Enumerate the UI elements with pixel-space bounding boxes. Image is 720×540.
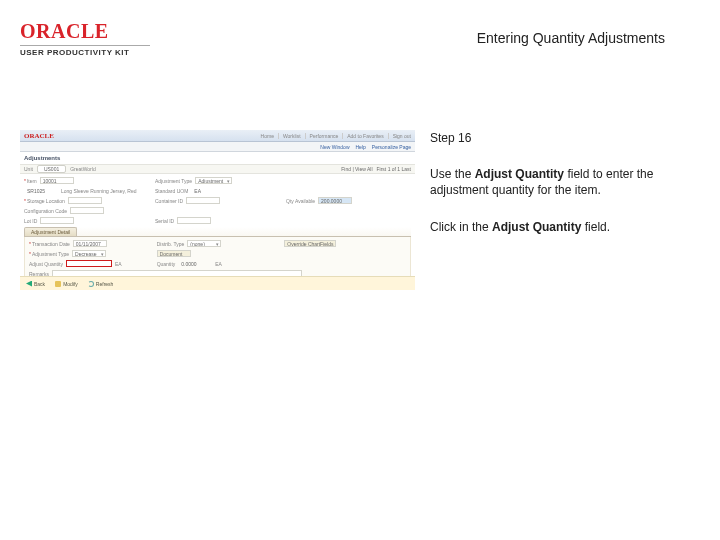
find-link[interactable]: Find | View All — [341, 166, 372, 172]
link-help[interactable]: Help — [356, 144, 366, 150]
item-form: Item 10001 Adjustment Type Adjustment SR… — [20, 174, 415, 283]
uom-label: Standard UOM — [155, 188, 188, 194]
unit-value: US001 — [37, 165, 66, 173]
modify-button[interactable]: Modify — [55, 281, 78, 287]
step-label: Step 16 — [430, 130, 665, 146]
nav-worklist[interactable]: Worklist — [278, 133, 301, 139]
ship-label: GreatWorld — [70, 166, 95, 172]
qty-avail-value: 200.0000 — [318, 197, 352, 204]
nav-home[interactable]: Home — [257, 133, 274, 139]
container-field[interactable] — [186, 197, 220, 204]
product-name: USER PRODUCTIVITY KIT — [20, 48, 150, 57]
oracle-logo-text: ORACLE — [20, 20, 150, 43]
instr1-pre: Use the — [430, 167, 475, 181]
qty2-value: 0.0000 — [178, 260, 212, 267]
nav-signout[interactable]: Sign out — [388, 133, 411, 139]
instr2-pre: Click in the — [430, 220, 492, 234]
app-subbar: New Window Help Personalize Page — [20, 142, 415, 152]
page-title: Entering Quantity Adjustments — [477, 30, 665, 46]
adj-type-label: Adjustment Type — [155, 178, 192, 184]
item-field[interactable]: 10001 — [40, 177, 74, 184]
brand-block: ORACLE USER PRODUCTIVITY KIT — [20, 20, 150, 57]
app-topbar: ORACLE Home Worklist Performance Add to … — [20, 130, 415, 142]
back-label: Back — [34, 281, 45, 287]
serial-label: Serial ID — [155, 218, 174, 224]
instr2-field: Adjust Quantity — [492, 220, 581, 234]
nav-performance[interactable]: Performance — [305, 133, 339, 139]
qty-avail-label: Qty Available — [286, 198, 315, 204]
unit-label: Unit — [24, 166, 33, 172]
trans-date-field[interactable]: 01/11/2007 — [73, 240, 107, 247]
tab-body: Transaction Date 01/11/2007 Distrib. Typ… — [24, 237, 411, 281]
app-brand: ORACLE — [24, 132, 54, 140]
app-topnav: Home Worklist Performance Add to Favorit… — [257, 133, 411, 139]
link-new-window[interactable]: New Window — [320, 144, 349, 150]
override-chart-button[interactable]: Override ChartFields — [284, 240, 336, 247]
config-field[interactable] — [70, 207, 104, 214]
uom-value: EA — [191, 187, 225, 194]
qty2-uom: EA — [215, 261, 222, 267]
instruction-column: Step 16 Use the Adjust Quantity field to… — [430, 130, 665, 255]
adj-type2-field[interactable]: Decrease — [72, 250, 106, 257]
adj-type-field[interactable]: Adjustment — [195, 177, 232, 184]
storage-field[interactable] — [68, 197, 102, 204]
refresh-icon — [88, 281, 94, 287]
link-personalize[interactable]: Personalize Page — [372, 144, 411, 150]
pager[interactable]: First 1 of 1 Last — [377, 166, 411, 172]
app-footer: Back Modify Refresh — [20, 276, 415, 290]
serial-field[interactable] — [177, 217, 211, 224]
instr2-post: field. — [581, 220, 610, 234]
logo-divider — [20, 45, 150, 46]
app-header-row: Adjustments — [20, 152, 415, 164]
adjust-qty-label: Adjust Quantity — [29, 261, 63, 267]
instr1-field: Adjust Quantity — [475, 167, 564, 181]
adjust-qty-field[interactable] — [66, 260, 112, 267]
unit-row: Unit US001 GreatWorld Find | View All Fi… — [20, 164, 415, 174]
item-desc: Long Sleeve Running Jersey, Red — [61, 188, 137, 194]
storage-label: Storage Location — [24, 198, 65, 204]
refresh-label: Refresh — [96, 281, 114, 287]
refresh-button[interactable]: Refresh — [88, 281, 114, 287]
app-page-title: Adjustments — [24, 155, 60, 161]
category-value: SR1025 — [24, 187, 58, 194]
lot-label: Lot ID — [24, 218, 37, 224]
modify-label: Modify — [63, 281, 78, 287]
modify-icon — [55, 281, 61, 287]
item-label: Item — [24, 178, 37, 184]
lot-field[interactable] — [40, 217, 74, 224]
tabbar: Adjustment Detail — [24, 227, 411, 237]
instruction-paragraph-2: Click in the Adjust Quantity field. — [430, 219, 665, 235]
config-label: Configuration Code — [24, 208, 67, 214]
dist-type-field[interactable]: (none) — [187, 240, 221, 247]
adjust-qty-uom: EA — [115, 261, 122, 267]
document-button[interactable]: Document — [157, 250, 191, 257]
dist-type-label: Distrib. Type — [157, 241, 185, 247]
back-button[interactable]: Back — [26, 281, 45, 287]
qty2-label: Quantity — [157, 261, 176, 267]
back-icon — [26, 281, 32, 287]
tab-adjustment-detail[interactable]: Adjustment Detail — [24, 227, 77, 236]
adj-type2-label: Adjustment Type — [29, 251, 69, 257]
nav-favorites[interactable]: Add to Favorites — [342, 133, 383, 139]
app-screenshot: ORACLE Home Worklist Performance Add to … — [20, 130, 415, 290]
trans-date-label: Transaction Date — [29, 241, 70, 247]
instruction-paragraph-1: Use the Adjust Quantity field to enter t… — [430, 166, 665, 198]
container-label: Container ID — [155, 198, 183, 204]
